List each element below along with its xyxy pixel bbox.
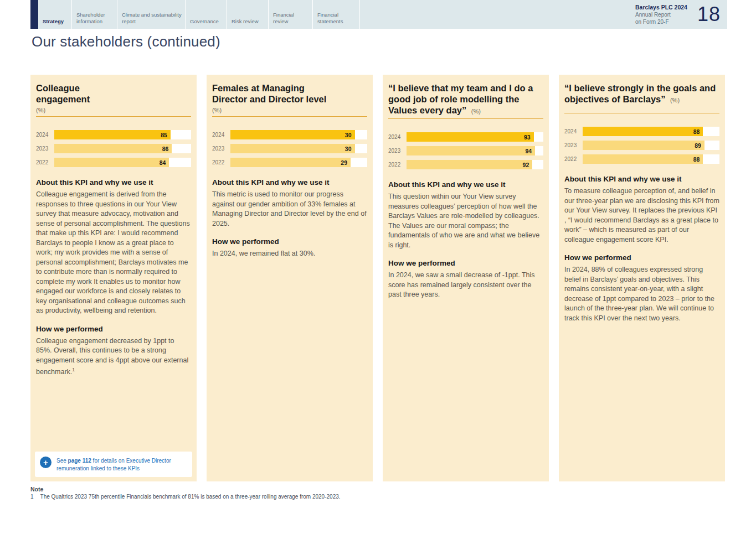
how-we-performed-text: Colleague engagement decreased by 1ppt t… — [36, 336, 191, 377]
bar-year-label: 2022 — [36, 159, 54, 165]
report-subtitle-line1: Annual Report — [635, 11, 687, 18]
about-kpi-text: This question within our Your View surve… — [388, 192, 543, 250]
kpi-bar-chart: 2024 88 2023 89 2022 88 — [564, 127, 719, 164]
bar-track: 89 — [583, 141, 719, 150]
bar-track: 29 — [230, 158, 367, 167]
about-kpi-heading: About this KPI and why we use it — [564, 175, 719, 183]
bar-track: 93 — [407, 132, 543, 142]
bar-fill: 94 — [407, 146, 535, 155]
about-kpi-text: Colleague engagement is derived from the… — [36, 190, 191, 316]
bar-fill: 92 — [407, 160, 532, 169]
kpi-bar-chart: 2024 93 2023 94 2022 92 — [388, 132, 543, 169]
bar-row: 2022 88 — [564, 154, 719, 164]
note-text: The Qualtrics 2023 75th percentile Finan… — [40, 494, 341, 500]
tab-label: Financial review — [273, 12, 309, 25]
kpi-bar-chart: 2024 85 2023 86 2022 84 — [36, 130, 191, 167]
bar-fill: 30 — [230, 144, 355, 153]
bar-year-label: 2024 — [388, 134, 407, 140]
kpi-card-females-md-director: Females at Managing Director and Directo… — [207, 75, 373, 481]
tab-governance[interactable]: Governance — [186, 0, 227, 29]
about-kpi-text: This metric is used to monitor our progr… — [212, 190, 367, 229]
bar-row: 2024 93 — [388, 132, 543, 142]
footnotes: Note 1 The Qualtrics 2023 75th percentil… — [30, 486, 341, 500]
bar-value: 30 — [345, 132, 352, 138]
kpi-unit: (%) — [471, 108, 481, 115]
bar-track: 88 — [583, 127, 719, 136]
note-item: 1 The Qualtrics 2023 75th percentile Fin… — [30, 494, 341, 500]
bar-value: 84 — [160, 159, 166, 166]
about-kpi-heading: About this KPI and why we use it — [212, 178, 367, 186]
note-number: 1 — [30, 494, 34, 500]
about-kpi-heading: About this KPI and why we use it — [36, 178, 191, 186]
report-title: Barclays PLC 2024 — [635, 4, 687, 11]
report-subtitle-line2: on Form 20-F — [635, 18, 687, 25]
kpi-cards: Colleague engagement (%) 2024 85 2023 86… — [30, 75, 725, 481]
bar-row: 2022 84 — [36, 158, 191, 167]
kpi-card-header: Females at Managing Director and Directo… — [212, 82, 367, 117]
bar-year-label: 2023 — [36, 146, 54, 152]
bar-row: 2022 92 — [388, 160, 543, 169]
bar-fill: 89 — [583, 141, 704, 150]
how-we-performed-heading: How we performed — [564, 253, 719, 262]
bar-value: 92 — [523, 162, 529, 168]
bar-row: 2023 86 — [36, 144, 191, 153]
bar-row: 2023 94 — [388, 146, 543, 155]
bar-track: 86 — [54, 144, 191, 153]
tab-shareholder-information[interactable]: Shareholder information — [72, 0, 117, 29]
bar-fill: 85 — [54, 130, 171, 139]
page-number: 18 — [697, 3, 721, 26]
bar-track: 84 — [54, 158, 191, 167]
tab-strategy[interactable]: Strategy — [38, 0, 72, 29]
bar-row: 2024 85 — [36, 130, 191, 139]
bar-year-label: 2024 — [564, 128, 583, 134]
bar-value: 86 — [162, 146, 169, 152]
how-we-performed-heading: How we performed — [388, 259, 543, 267]
bar-year-label: 2022 — [564, 156, 583, 162]
how-we-performed-heading: How we performed — [212, 237, 367, 246]
section-tabs: Strategy Shareholder information Climate… — [38, 0, 360, 29]
bar-value: 88 — [693, 156, 700, 163]
bar-row: 2023 30 — [212, 144, 367, 153]
kpi-card-goals-and-objectives: “I believe strongly in the goals and obj… — [559, 75, 725, 481]
how-we-performed-text: In 2024, we remained flat at 30%. — [212, 249, 367, 259]
kpi-title: Colleague engagement — [36, 82, 191, 105]
kpi-title: Females at Managing Director and Directo… — [212, 82, 367, 105]
bar-year-label: 2022 — [212, 159, 230, 165]
page-title: Our stakeholders (continued) — [32, 33, 220, 50]
bar-value: 89 — [695, 142, 701, 149]
see-page-112-link[interactable]: + See page 112 for details on Executive … — [35, 452, 192, 477]
bar-value: 30 — [345, 146, 352, 152]
top-navigation-bar: Strategy Shareholder information Climate… — [30, 0, 727, 29]
bar-year-label: 2023 — [564, 142, 583, 148]
bar-track: 85 — [54, 130, 191, 139]
bar-track: 30 — [230, 130, 367, 139]
bar-value: 93 — [524, 134, 531, 141]
kpi-card-header: Colleague engagement (%) — [36, 82, 191, 117]
bar-year-label: 2023 — [388, 148, 407, 154]
kpi-unit: (%) — [36, 107, 191, 113]
bar-fill: 93 — [407, 132, 534, 142]
bar-year-label: 2022 — [388, 162, 407, 168]
bar-fill: 88 — [583, 154, 703, 164]
bar-track: 30 — [230, 144, 367, 153]
plus-icon: + — [40, 457, 52, 468]
kpi-card-colleague-engagement: Colleague engagement (%) 2024 85 2023 86… — [30, 75, 197, 481]
tab-financial-review[interactable]: Financial review — [269, 0, 313, 29]
tab-risk-review[interactable]: Risk review — [227, 0, 269, 29]
bar-fill: 30 — [230, 130, 355, 139]
bar-track: 94 — [407, 146, 543, 155]
kpi-card-header: “I believe strongly in the goals and obj… — [564, 82, 719, 113]
tab-climate-and-sustainability-report[interactable]: Climate and sustainability report — [117, 0, 186, 29]
tab-label: Strategy — [43, 18, 64, 25]
kpi-unit: (%) — [670, 97, 680, 103]
note-heading: Note — [30, 486, 341, 492]
bar-row: 2023 89 — [564, 141, 719, 150]
bar-value: 29 — [341, 159, 347, 166]
bar-fill: 88 — [583, 127, 703, 136]
tab-label: Financial statements — [317, 12, 356, 25]
how-we-performed-heading: How we performed — [36, 325, 191, 333]
bar-fill: 29 — [230, 158, 351, 167]
tab-financial-statements[interactable]: Financial statements — [313, 0, 360, 29]
bar-year-label: 2023 — [212, 146, 230, 152]
tab-label: Shareholder information — [76, 12, 114, 25]
